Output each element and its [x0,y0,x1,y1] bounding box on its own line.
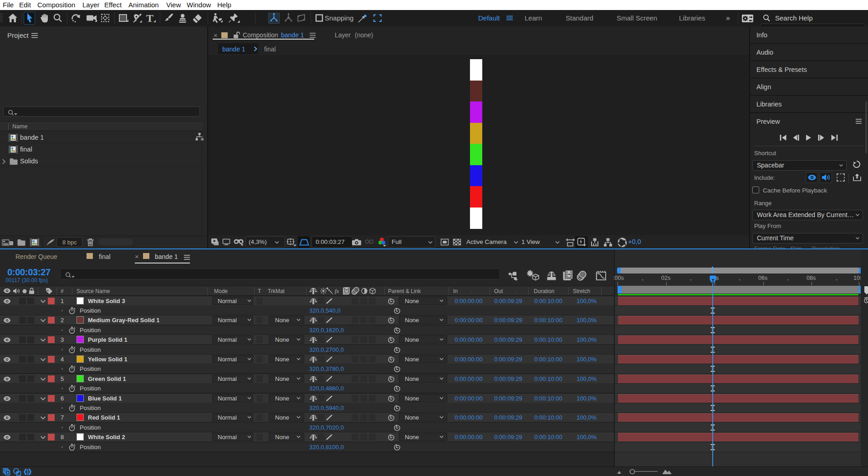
svg-text:T: T [146,12,153,24]
svg-text:fx: fx [335,288,339,294]
